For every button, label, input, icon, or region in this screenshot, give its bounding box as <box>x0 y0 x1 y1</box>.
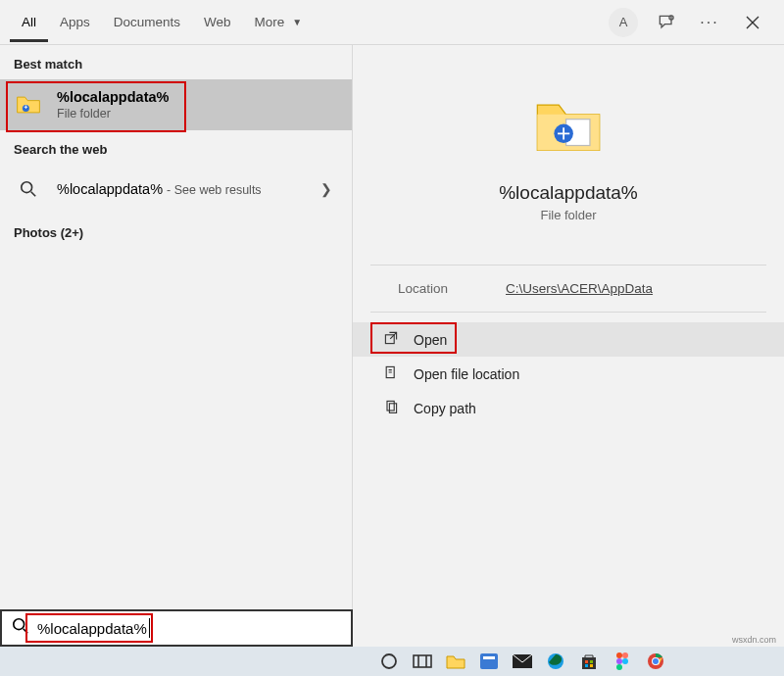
svg-rect-27 <box>590 660 593 663</box>
feedback-icon[interactable] <box>649 5 684 40</box>
svg-rect-14 <box>389 404 396 413</box>
svg-line-7 <box>31 192 36 197</box>
svg-point-30 <box>616 652 622 658</box>
svg-point-31 <box>622 652 628 658</box>
svg-point-32 <box>616 658 622 664</box>
action-copy-path-label: Copy path <box>414 401 476 416</box>
results-column: Best match %localappdata% File folder Se… <box>0 45 353 647</box>
tab-web[interactable]: Web <box>192 3 243 42</box>
svg-rect-26 <box>585 660 588 663</box>
svg-point-6 <box>22 182 32 193</box>
search-panel: All Apps Documents Web More ▼ A ··· Best… <box>0 0 784 647</box>
tab-documents[interactable]: Documents <box>102 3 192 42</box>
tab-more[interactable]: More ▼ <box>243 3 314 42</box>
taskbar-cortana-icon[interactable] <box>372 647 406 676</box>
svg-point-17 <box>382 654 396 668</box>
top-tabs: All Apps Documents Web More ▼ A ··· <box>0 0 784 45</box>
copy-path-icon <box>380 399 402 417</box>
svg-point-33 <box>622 658 628 664</box>
svg-rect-22 <box>483 656 495 659</box>
avatar-letter: A <box>609 8 638 37</box>
taskbar-mail-icon[interactable] <box>506 647 539 676</box>
highlight-box <box>370 322 457 354</box>
taskbar-store-icon[interactable] <box>572 647 606 676</box>
more-options-icon[interactable]: ··· <box>692 5 727 40</box>
svg-point-37 <box>653 658 659 664</box>
svg-rect-13 <box>387 401 394 410</box>
preview-hero: %localappdata% File folder <box>370 45 766 266</box>
svg-rect-18 <box>414 655 431 667</box>
best-match-result[interactable]: %localappdata% File folder <box>0 79 352 130</box>
chevron-right-icon[interactable]: ❯ <box>315 181 338 197</box>
watermark: wsxdn.com <box>732 635 776 645</box>
svg-rect-29 <box>590 664 593 667</box>
preview-subtitle: File folder <box>540 208 596 222</box>
section-search-web: Search the web <box>0 130 352 165</box>
web-result-hint: - See web results <box>167 183 262 197</box>
action-copy-path[interactable]: Copy path <box>353 391 784 425</box>
location-label: Location <box>398 281 506 296</box>
section-best-match: Best match <box>0 45 352 79</box>
tab-apps[interactable]: Apps <box>48 3 102 42</box>
web-result-title: %localappdata% <box>57 181 163 197</box>
action-open-location[interactable]: Open file location <box>353 357 784 391</box>
chevron-down-icon: ▼ <box>292 17 302 27</box>
avatar[interactable]: A <box>606 5 641 40</box>
taskbar-taskview-icon[interactable] <box>406 647 439 676</box>
taskbar-app-icon[interactable] <box>472 647 506 676</box>
close-icon[interactable] <box>735 5 770 40</box>
action-open[interactable]: Open <box>353 322 784 357</box>
action-open-location-label: Open file location <box>414 366 519 382</box>
taskbar <box>0 647 784 676</box>
web-result[interactable]: %localappdata% - See web results ❯ <box>0 165 352 214</box>
search-icon <box>14 174 43 204</box>
svg-rect-21 <box>480 653 498 669</box>
highlight-box <box>25 613 153 643</box>
taskbar-chrome-icon[interactable] <box>639 647 672 676</box>
preview-title: %localappdata% <box>499 182 638 204</box>
tab-more-label: More <box>255 15 285 29</box>
taskbar-explorer-icon[interactable] <box>439 647 472 676</box>
folder-icon-large <box>530 88 607 169</box>
taskbar-edge-icon[interactable] <box>539 647 572 676</box>
open-location-icon <box>380 364 402 383</box>
tab-all[interactable]: All <box>10 3 48 42</box>
location-value[interactable]: C:\Users\ACER\AppData <box>506 281 653 296</box>
preview-column: %localappdata% File folder Location C:\U… <box>353 45 784 647</box>
highlight-box <box>6 81 186 132</box>
taskbar-figma-icon[interactable] <box>606 647 639 676</box>
svg-point-34 <box>616 664 622 670</box>
search-box[interactable]: %localappdata% <box>0 609 353 647</box>
svg-rect-28 <box>585 664 588 667</box>
section-photos: Photos (2+) <box>0 214 352 248</box>
svg-rect-25 <box>582 657 596 669</box>
location-row: Location C:\Users\ACER\AppData <box>370 266 766 313</box>
